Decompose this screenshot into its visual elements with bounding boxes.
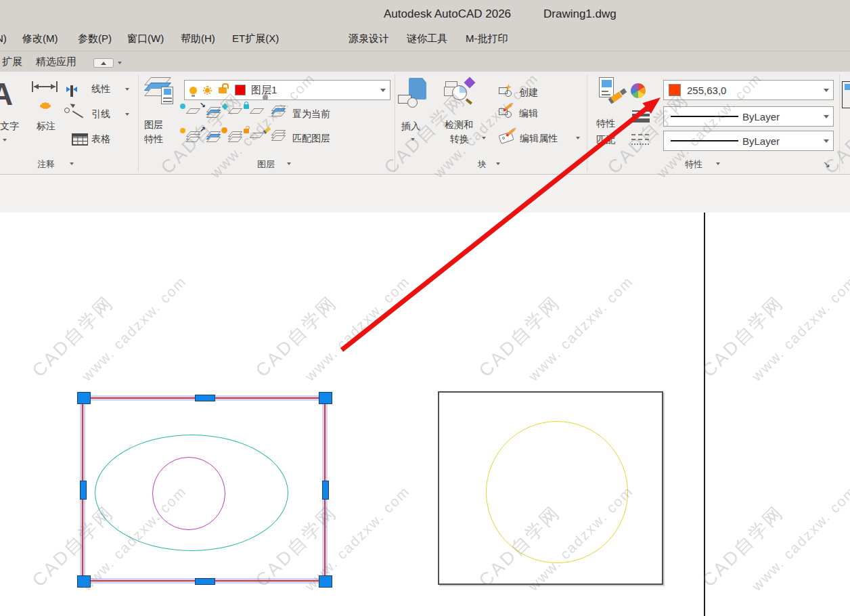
set-current-layer-label[interactable]: 置为当前: [292, 108, 330, 120]
linetype-select[interactable]: ByLayer: [663, 131, 834, 151]
match-properties-button[interactable]: [595, 77, 627, 112]
insert-dropdown-icon[interactable]: [411, 138, 415, 141]
block-panel-title[interactable]: 块: [478, 158, 487, 171]
menu-item-et-extend[interactable]: ET扩展(X): [232, 32, 279, 45]
grip-corner-bl[interactable]: [77, 575, 91, 588]
mtext-icon: A: [0, 76, 13, 112]
properties-panel-dropdown-icon[interactable]: [716, 162, 720, 165]
ribbon-tab-row: 扩展 精选应用: [0, 51, 850, 72]
dimension-button[interactable]: [32, 81, 58, 108]
collapse-up-icon: [101, 62, 106, 65]
document-title: Drawing1.dwg: [543, 7, 617, 21]
grip-mid-top[interactable]: [195, 395, 215, 401]
lineweight-dropdown-icon[interactable]: [824, 115, 829, 118]
match-layer-label[interactable]: 匹配图层: [292, 133, 330, 145]
lineweight-icon[interactable]: [632, 110, 650, 125]
menu-item-modify[interactable]: 修改(M): [22, 32, 58, 45]
grip-mid-bottom[interactable]: [195, 578, 215, 585]
grip-corner-br[interactable]: [319, 575, 332, 588]
menu-item-minitools[interactable]: 谜你工具: [407, 32, 447, 45]
annotation-panel-title[interactable]: 注释: [37, 158, 55, 171]
yellow-circle[interactable]: [486, 421, 628, 563]
match-properties-label-1: 特性: [596, 118, 615, 130]
linetype-icon[interactable]: [631, 134, 649, 148]
detect-convert-icon: [444, 79, 474, 110]
grip-mid-right[interactable]: [322, 481, 329, 500]
menu-item-batchprint[interactable]: M-批打印: [466, 32, 508, 45]
layer-on-icon: [189, 87, 197, 94]
tab-featured-apps[interactable]: 精选应用: [36, 56, 76, 68]
linetype-dropdown-icon[interactable]: [824, 139, 829, 143]
panel-separator: [395, 74, 395, 172]
dimension-label: 标注: [37, 120, 55, 133]
layers-panel-dropdown-icon[interactable]: [287, 162, 291, 165]
create-block-label: 创建: [519, 87, 538, 99]
create-block-button[interactable]: 创建: [499, 85, 515, 100]
mtext-dropdown-icon[interactable]: [3, 139, 7, 141]
menu-item-yuanquan[interactable]: 源泉设计: [349, 32, 389, 45]
object-color-value: 255,63,0: [687, 85, 726, 96]
properties-panel-title[interactable]: 特性: [685, 158, 702, 171]
create-block-icon: [499, 85, 515, 97]
block-panel-dropdown-icon[interactable]: [496, 162, 500, 165]
grip-corner-tr[interactable]: [319, 392, 332, 404]
edit-attributes-button[interactable]: 编辑属性: [499, 131, 516, 148]
collapse-options-icon[interactable]: [118, 62, 122, 64]
grip-corner-tl[interactable]: [77, 392, 91, 404]
linear-label: 线性: [91, 83, 110, 95]
color-wheel-icon[interactable]: [631, 83, 646, 98]
table-icon: [72, 133, 88, 146]
next-panel-partial-icon: [845, 84, 850, 90]
linetype-value: ByLayer: [742, 135, 780, 147]
edit-attributes-icon: [499, 131, 516, 145]
dimension-burst-icon: [35, 96, 55, 108]
layer-select-dropdown-icon[interactable]: [380, 89, 386, 92]
tab-extend[interactable]: 扩展: [2, 56, 22, 68]
grip-mid-left[interactable]: [80, 481, 87, 500]
insert-block-label: 插入: [401, 120, 420, 133]
viewport-edge-line: [704, 213, 705, 616]
annotation-panel-dropdown-icon[interactable]: [70, 162, 74, 165]
detect-convert-label-2: 转换: [450, 133, 469, 146]
edit-block-button[interactable]: 编辑: [499, 106, 515, 121]
lineweight-select[interactable]: ByLayer: [663, 106, 834, 127]
ribbon: A 文字 标注 线性 引线 表格 注释 图层 特性: [0, 72, 850, 175]
panel-separator: [587, 74, 587, 172]
leader-label: 引线: [91, 108, 110, 120]
edit-attributes-dropdown-icon[interactable]: [576, 137, 580, 139]
properties-dialog-launcher-icon[interactable]: ↘: [823, 159, 830, 169]
panel-separator: [138, 74, 139, 172]
layer-color-swatch: [235, 85, 246, 95]
linear-button[interactable]: 线性: [70, 83, 73, 95]
linetype-preview: [671, 140, 738, 141]
insert-block-button[interactable]: [398, 78, 428, 109]
menu-item-window[interactable]: 窗口(W): [127, 32, 164, 45]
object-color-select[interactable]: 255,63,0: [663, 80, 834, 100]
menu-item-help[interactable]: 帮助(H): [181, 32, 215, 45]
mtext-button[interactable]: A: [0, 76, 13, 112]
menu-item-parametric[interactable]: 参数(P): [78, 32, 112, 45]
panel-separator: [839, 74, 840, 172]
layer-properties-button[interactable]: [142, 77, 175, 107]
lineweight-value: ByLayer: [742, 111, 780, 123]
layer-select[interactable]: 图层1: [184, 80, 390, 100]
magenta-circle[interactable]: [152, 457, 225, 530]
leader-dropdown-icon[interactable]: [125, 113, 129, 116]
layer-properties-label-2: 特性: [144, 133, 163, 146]
layers-panel-title[interactable]: 图层: [257, 158, 275, 171]
edit-block-label: 编辑: [519, 108, 538, 120]
edit-block-icon: [499, 106, 515, 118]
object-color-dropdown-icon[interactable]: [824, 89, 829, 92]
detect-dropdown-icon[interactable]: [482, 137, 486, 139]
detect-convert-label-1: 检测和: [445, 119, 473, 131]
ribbon-collapse-button[interactable]: [93, 58, 114, 68]
match-properties-label-2: 匹配: [596, 134, 615, 146]
match-properties-icon: [595, 77, 627, 112]
layer-thaw-icon: [203, 86, 212, 95]
menu-item-partial[interactable]: N): [0, 32, 7, 44]
dimension-icon: [32, 81, 58, 92]
linear-dim-icon: [70, 85, 73, 97]
menu-bar: N) 修改(M) 参数(P) 窗口(W) 帮助(H) ET扩展(X) 源泉设计 …: [0, 28, 850, 51]
detect-convert-button[interactable]: [444, 79, 474, 110]
linear-dropdown-icon[interactable]: [125, 88, 129, 91]
